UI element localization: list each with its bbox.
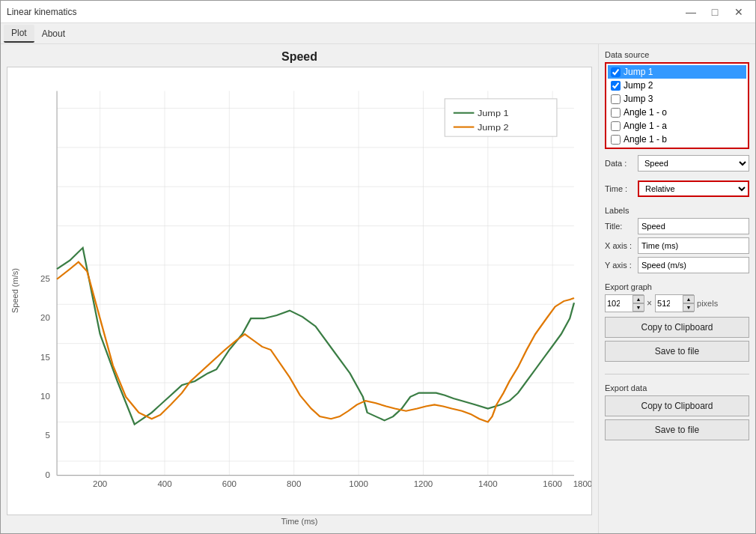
svg-text:600: 600 [222,480,237,488]
time-select[interactable]: Relative Absolute [638,180,749,197]
content-area: Speed Speed (m/s) [1,44,755,533]
yaxis-input[interactable] [638,257,749,273]
ds-label-jump1: Jump 1 [624,67,653,77]
data-source-box: Jump 1 Jump 2 Jump 3 Angle 1 - o [605,62,749,149]
export-data-section: Export data Copy to Clipboard Save to fi… [605,383,749,443]
svg-text:Jump 2: Jump 2 [478,122,509,132]
save-data-button[interactable]: Save to file [605,419,749,440]
svg-text:200: 200 [93,480,107,488]
ds-label-jump2: Jump 2 [624,80,653,91]
svg-text:15: 15 [40,353,50,361]
svg-text:1400: 1400 [478,480,498,488]
width-down-btn[interactable]: ▼ [632,303,644,312]
chart-title: Speed [7,50,592,64]
pixels-label: pixels [697,299,718,308]
jump2-line [57,262,574,422]
ds-item-angle1o[interactable]: Angle 1 - o [608,106,746,119]
time-field-row: Time : Relative Absolute [605,180,749,197]
title-bar: Linear kinematics — □ ✕ [1,1,755,23]
title-label-row: Title: [605,218,749,234]
menu-item-plot[interactable]: Plot [4,25,34,43]
chart-svg: 0 5 10 15 20 25 200 400 600 800 1000 [22,67,591,515]
svg-text:5: 5 [45,431,49,440]
height-input[interactable] [656,295,683,312]
labels-section-label: Labels [605,206,749,215]
width-input[interactable] [606,295,632,312]
maximize-button[interactable]: □ [704,4,725,19]
svg-text:1200: 1200 [414,480,433,488]
ds-item-jump3[interactable]: Jump 3 [608,92,746,106]
divider [605,374,749,374]
ds-item-jump1[interactable]: Jump 1 [608,65,746,79]
y-axis-label: Speed (m/s) [7,67,22,515]
ds-checkbox-angle1b[interactable] [611,135,621,145]
width-spinner: ▲ ▼ [605,294,644,312]
ds-item-angle1a[interactable]: Angle 1 - a [608,119,746,133]
window-title: Linear kinematics [7,7,76,17]
height-spin-btns: ▲ ▼ [683,295,695,312]
ds-label-angle1o: Angle 1 - o [624,107,667,118]
data-source-section: Data source Jump 1 Jump 2 Jump 3 [605,50,749,149]
xaxis-label-row: X axis : [605,237,749,254]
export-data-label: Export data [605,383,749,392]
svg-text:1000: 1000 [349,480,368,488]
title-input[interactable] [638,218,749,234]
yaxis-field-label: Y axis : [605,261,635,270]
ds-checkbox-angle1a[interactable] [611,121,621,131]
close-button[interactable]: ✕ [728,4,749,19]
data-field-label: Data : [605,159,635,168]
x-axis-label: Time (ms) [7,515,592,527]
ds-label-angle1b: Angle 1 - b [624,134,667,145]
copy-graph-button[interactable]: Copy to Clipboard [605,317,749,338]
xaxis-field-label: X axis : [605,241,635,250]
height-up-btn[interactable]: ▲ [683,295,695,303]
svg-text:1600: 1600 [543,480,562,488]
menu-bar: Plot About [1,23,755,44]
svg-text:0: 0 [45,470,49,479]
menu-item-about[interactable]: About [34,25,73,42]
width-up-btn[interactable]: ▲ [632,295,644,303]
svg-text:800: 800 [287,480,301,488]
chart-container: Speed (m/s) [7,67,592,515]
svg-text:10: 10 [40,392,50,401]
svg-text:1800: 1800 [573,480,591,488]
labels-section: Labels Title: X axis : Y axis : [605,206,749,276]
svg-text:400: 400 [157,480,171,488]
ds-checkbox-jump1[interactable] [611,67,621,77]
chart-area: Speed Speed (m/s) [1,44,598,533]
data-select[interactable]: Speed Distance Acceleration [638,155,749,172]
save-graph-button[interactable]: Save to file [605,341,749,362]
export-graph-section: Export graph ▲ ▼ × ▲ ▼ [605,282,749,365]
size-separator: × [647,298,652,309]
yaxis-label-row: Y axis : [605,257,749,273]
data-field-row: Data : Speed Distance Acceleration [605,155,749,172]
ds-item-angle1b[interactable]: Angle 1 - b [608,133,746,146]
svg-text:20: 20 [40,314,50,322]
ds-checkbox-jump2[interactable] [611,81,621,91]
copy-data-button[interactable]: Copy to Clipboard [605,395,749,416]
svg-text:25: 25 [40,274,50,282]
title-field-label: Title: [605,222,635,231]
right-panel: Data source Jump 1 Jump 2 Jump 3 [598,44,755,533]
data-source-label: Data source [605,50,749,59]
minimize-button[interactable]: — [680,4,701,19]
svg-text:Jump 1: Jump 1 [478,108,509,118]
window-controls: — □ ✕ [680,4,749,19]
height-down-btn[interactable]: ▼ [683,303,695,312]
chart-inner: 0 5 10 15 20 25 200 400 600 800 1000 [22,67,591,515]
ds-checkbox-angle1o[interactable] [611,108,621,118]
height-spinner: ▲ ▼ [655,294,694,312]
ds-checkbox-jump3[interactable] [611,94,621,104]
main-window: Linear kinematics — □ ✕ Plot About Speed… [0,0,756,534]
width-spin-btns: ▲ ▼ [632,295,644,312]
export-graph-label: Export graph [605,282,749,291]
jump1-line [57,248,574,425]
export-size-row: ▲ ▼ × ▲ ▼ pixels [605,294,749,312]
ds-item-jump2[interactable]: Jump 2 [608,79,746,92]
xaxis-input[interactable] [638,237,749,254]
time-field-label: Time : [605,184,635,193]
ds-label-angle1a: Angle 1 - a [624,121,667,131]
ds-label-jump3: Jump 3 [624,94,653,104]
